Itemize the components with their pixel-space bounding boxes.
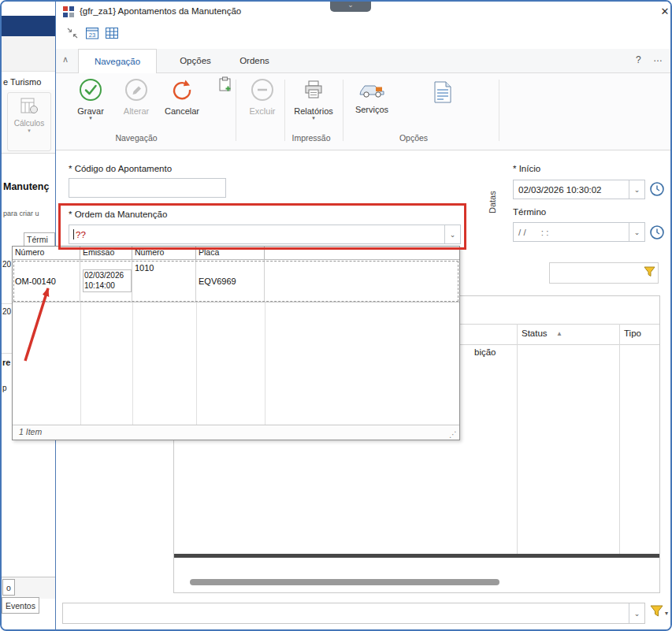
ribbon-separator [499, 80, 499, 141]
column-header-tipo[interactable]: Tipo [624, 328, 641, 338]
bg-title-bar [2, 16, 55, 36]
ribbon-tab-strip: ∧ Navegação Opções Ordens ? … [56, 49, 670, 73]
cell-empty [265, 260, 459, 302]
ribbon-separator [236, 80, 236, 141]
calculator-icon [20, 104, 39, 117]
grid-partial-text: bição [474, 347, 496, 357]
chevron-down-icon: ⌄ [347, 1, 354, 9]
close-button[interactable]: ✕ [658, 5, 672, 19]
quick-access-toolbar: 23 [65, 26, 119, 40]
group-label-opcoes: Opções [382, 133, 445, 143]
ribbon-separator [284, 80, 285, 141]
bg-panel-title: Manutenç [3, 181, 49, 192]
grid-column-divider [517, 324, 518, 554]
excluir-button[interactable]: Excluir [240, 78, 284, 116]
screenshot-root: e Turismo Cálculos ▾ Manutenç para criar… [0, 0, 672, 631]
group-label-navegacao: Navegação [97, 133, 176, 143]
lookup-column-line [196, 303, 197, 427]
undo-circle-icon [170, 91, 194, 104]
annotation-arrow [16, 279, 57, 367]
lookup-column-line [132, 303, 133, 427]
tab-navegacao[interactable]: Navegação [78, 49, 157, 73]
servicos-button[interactable]: Serviços [349, 78, 395, 114]
chevron-down-icon: ▾ [8, 128, 50, 134]
pencil-icon [124, 91, 148, 104]
printer-icon [302, 91, 325, 104]
grid-filter-input[interactable] [549, 262, 659, 284]
lookup-column-line [265, 303, 265, 427]
document-icon[interactable] [434, 81, 451, 106]
termino-datetime-input[interactable]: / / : : ⌄ [513, 222, 645, 242]
column-header-status[interactable]: Status [522, 328, 548, 338]
bg-grid-line [2, 353, 12, 354]
collapse-ribbon-icon[interactable]: ∧ [62, 54, 69, 65]
cell-numero-equip[interactable]: 1010 [132, 260, 196, 302]
clock-icon[interactable] [649, 225, 666, 242]
relatorios-button[interactable]: Relatórios ▾ [289, 78, 338, 121]
alterar-button[interactable]: Alterar [114, 78, 158, 116]
cancelar-button[interactable]: Cancelar [160, 78, 204, 116]
bg-cell: 20 [2, 307, 11, 316]
termino-label: Término [513, 207, 546, 217]
bg-ribbon-area: Cálculos ▾ [2, 90, 55, 154]
ordem-lookup-popup: Número Emissão Número Placa OM-00140 02/… [12, 246, 460, 440]
filter-funnel-icon [650, 605, 663, 621]
gravar-button[interactable]: Gravar ▾ [69, 78, 113, 121]
lookup-column-line [80, 303, 81, 427]
cell-emissao[interactable]: 02/03/2026 10:14:00 [80, 260, 132, 302]
chevron-down-icon: ▾ [289, 116, 338, 121]
lookup-item-count: 1 Item [19, 427, 42, 436]
cell-placa[interactable]: EQV6969 [196, 260, 265, 302]
tab-opcoes[interactable]: Opções [171, 49, 220, 73]
resize-grip-icon[interactable]: ⋰ [449, 430, 457, 439]
car-icon [358, 89, 386, 102]
tab-ordens[interactable]: Ordens [231, 49, 278, 73]
bg-cell: p [2, 384, 7, 392]
bg-company-label: e Turismo [3, 77, 41, 87]
codigo-apontamento-input[interactable] [69, 178, 226, 198]
lookup-status-bar: 1 Item ⋰ [13, 425, 459, 440]
sort-asc-icon: ▲ [556, 330, 562, 337]
codigo-apontamento-label: * Código do Apontamento [69, 164, 172, 173]
ribbon-separator [343, 80, 343, 141]
minus-circle-icon [251, 91, 274, 104]
bg-tab-eventos[interactable]: Eventos [2, 597, 39, 614]
svg-text:23: 23 [89, 32, 95, 39]
chevron-down-icon[interactable]: ⌄ [629, 180, 644, 199]
collapse-window-icon[interactable] [65, 26, 80, 40]
help-icon[interactable]: ? [636, 54, 641, 65]
save-check-icon [79, 91, 102, 104]
app-logo-icon [62, 6, 75, 18]
bottom-combobox[interactable]: ⌄ [62, 603, 645, 624]
more-options-icon[interactable]: … [653, 53, 663, 64]
calendar-icon[interactable]: 23 [85, 26, 99, 40]
grid-splitter-bar[interactable] [174, 554, 659, 558]
filter-funnel-icon[interactable] [640, 266, 658, 280]
bg-tab-small[interactable]: o [2, 579, 15, 596]
collapse-panel-handle[interactable]: ⌄ [330, 2, 371, 12]
bg-cell: 20 [2, 260, 11, 269]
bg-toolbar-strip [2, 36, 55, 72]
lookup-result-row[interactable]: OM-00140 02/03/2026 10:14:00 1010 EQV696… [13, 260, 459, 303]
horizontal-scrollbar[interactable] [190, 579, 499, 585]
clock-icon[interactable] [649, 181, 666, 199]
bg-tab-bar: o Eventos [2, 577, 55, 599]
chevron-down-icon[interactable]: ⌄ [629, 603, 644, 623]
bg-cell: re [2, 358, 10, 367]
inicio-label: * Início [513, 164, 540, 173]
title-bar: {gfr_za1} Apontamentos da Manutenção ⌄ ✕ [56, 2, 670, 22]
inicio-datetime-input[interactable]: 02/03/2026 10:30:02 ⌄ [513, 180, 645, 199]
bottom-filter-button[interactable]: ▾ [650, 605, 668, 621]
grid-column-divider [619, 324, 620, 554]
clipboard-add-icon[interactable] [218, 76, 232, 95]
window-title: {gfr_za1} Apontamentos da Manutenção [80, 6, 241, 16]
bg-grid-line [2, 303, 12, 304]
chevron-down-icon: ▾ [665, 610, 668, 617]
chevron-down-icon[interactable]: ⌄ [629, 223, 644, 241]
datas-section-label: Datas [488, 174, 497, 213]
chevron-down-icon: ▾ [69, 116, 113, 121]
table-icon[interactable] [105, 26, 119, 40]
group-label-impressao: Impressão [280, 133, 343, 143]
bg-hint-text: para criar u [3, 210, 39, 217]
calculos-button[interactable]: Cálculos ▾ [7, 92, 51, 151]
